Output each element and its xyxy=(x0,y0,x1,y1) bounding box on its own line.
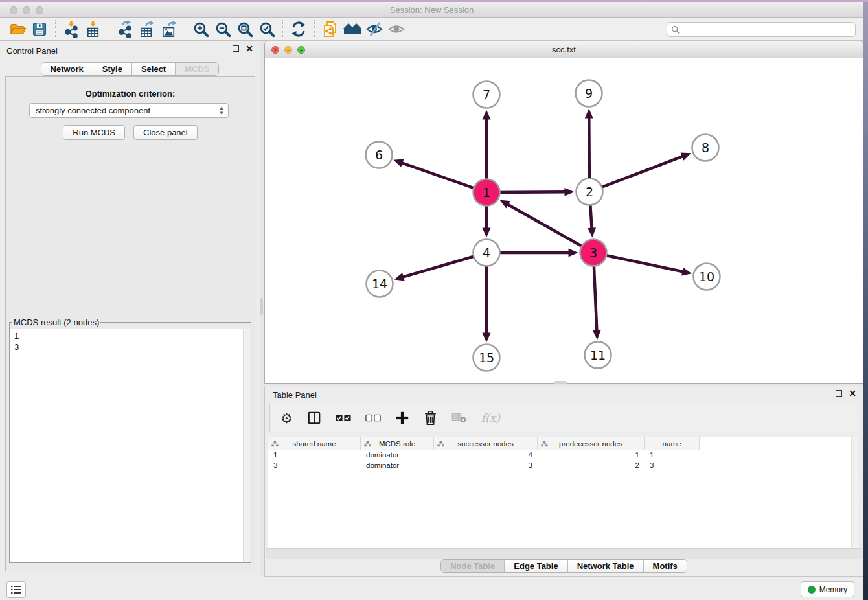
table-cell[interactable]: 3 xyxy=(434,461,538,471)
network-canvas[interactable]: 7968124314101511 xyxy=(265,58,863,383)
zoom-fit-button[interactable] xyxy=(234,19,256,39)
function-builder-button[interactable]: f(x) xyxy=(481,411,500,424)
table-scrollbar[interactable] xyxy=(851,437,858,548)
zoom-out-button[interactable] xyxy=(212,19,234,39)
save-icon xyxy=(31,21,48,38)
node-table: shared nameMCDS rolesuccessor nodesprede… xyxy=(268,437,858,548)
close-table-panel-icon[interactable]: ✕ xyxy=(849,390,856,397)
tab-network-table[interactable]: Network Table xyxy=(567,560,643,572)
toolbar-separator xyxy=(314,20,315,38)
main-titlebar: Session: New Session xyxy=(0,2,863,18)
graph-node-label: 7 xyxy=(483,87,490,102)
run-mcds-button[interactable]: Run MCDS xyxy=(63,125,125,140)
add-column-button[interactable] xyxy=(395,411,409,425)
column-header-label: predecessor nodes xyxy=(559,440,622,448)
column-view-icon xyxy=(307,411,321,425)
show-graphics-button[interactable] xyxy=(385,19,407,39)
mcds-result-area[interactable]: 1 3 xyxy=(10,329,250,562)
export-network-button[interactable] xyxy=(114,19,136,39)
add-column-icon xyxy=(395,411,409,425)
tab-motifs[interactable]: Motifs xyxy=(643,560,687,572)
float-panel-icon[interactable] xyxy=(233,45,239,52)
column-header-predecessor-nodes[interactable]: predecessor nodes xyxy=(538,437,645,450)
table-cell[interactable]: 4 xyxy=(434,450,538,461)
table-cell[interactable]: 1 xyxy=(645,450,700,461)
table-panel: Table Panel ✕ ⚙ xyxy=(264,386,863,577)
column-header-MCDS-role[interactable]: MCDS role xyxy=(361,437,434,450)
node-table-body: 1dominator4113dominator323 xyxy=(268,450,858,471)
zoom-selected-button[interactable] xyxy=(256,19,278,39)
tab-style[interactable]: Style xyxy=(93,63,131,75)
graph-edge-2-8[interactable] xyxy=(589,156,683,192)
hierarchy-icon xyxy=(364,441,371,447)
mcds-result-scrollbar[interactable] xyxy=(243,329,250,562)
show-eye-icon xyxy=(387,21,405,38)
column-header-shared-name[interactable]: shared name xyxy=(268,437,361,450)
export-image-button[interactable] xyxy=(158,19,180,39)
list-icon xyxy=(10,585,22,594)
table-options-button[interactable]: ⚙ xyxy=(280,411,293,425)
graph-node-label: 14 xyxy=(372,277,387,291)
tab-select[interactable]: Select xyxy=(131,63,175,75)
table-cell[interactable]: dominator xyxy=(361,450,434,461)
hide-graphics-button[interactable] xyxy=(363,19,385,39)
control-panel-tabbar: Network Style Select MCDS xyxy=(41,62,220,76)
zoom-in-button[interactable] xyxy=(190,19,212,39)
open-session-button[interactable] xyxy=(6,19,29,39)
mcds-result-title: MCDS result (2 nodes) xyxy=(12,317,100,327)
column-header-name[interactable]: name xyxy=(645,437,700,450)
table-cell[interactable]: 2 xyxy=(538,461,645,471)
network-file-button[interactable] xyxy=(319,19,341,39)
column-header-label: name xyxy=(663,440,681,448)
graph-edge-3-1[interactable] xyxy=(507,204,593,253)
table-cell[interactable]: 3 xyxy=(645,461,700,471)
tab-network[interactable]: Network xyxy=(41,63,93,75)
unselect-all-columns-button[interactable] xyxy=(365,414,381,422)
table-cell[interactable]: 1 xyxy=(268,450,361,461)
delete-button[interactable] xyxy=(424,411,437,425)
trash-icon xyxy=(424,411,437,425)
import-table-button[interactable] xyxy=(82,19,104,39)
table-cell[interactable]: dominator xyxy=(361,461,434,471)
table-row[interactable]: 3dominator323 xyxy=(268,461,858,471)
memory-button[interactable]: Memory xyxy=(801,581,854,597)
save-session-button[interactable] xyxy=(29,19,51,39)
close-panel-button[interactable]: Close panel xyxy=(133,125,198,140)
float-table-panel-icon[interactable] xyxy=(836,390,842,397)
mcds-result-text: 1 3 xyxy=(10,329,250,352)
search-field[interactable] xyxy=(667,22,856,37)
network-file-icon xyxy=(321,20,339,38)
home-button[interactable] xyxy=(341,19,363,39)
table-row[interactable]: 1dominator411 xyxy=(268,450,858,461)
delete-table-button[interactable] xyxy=(451,412,467,424)
close-panel-icon[interactable]: ✕ xyxy=(246,45,253,52)
memory-status-icon xyxy=(808,586,816,594)
column-header-label: shared name xyxy=(292,440,336,448)
graph-node-label: 10 xyxy=(699,270,714,284)
optimization-criterion-value: strongly connected component xyxy=(36,106,150,115)
import-network-button[interactable] xyxy=(60,19,82,39)
tab-mcds[interactable]: MCDS xyxy=(175,63,218,75)
column-header-successor-nodes[interactable]: successor nodes xyxy=(434,437,538,450)
graph-node-label: 3 xyxy=(589,246,597,260)
status-bar: Memory xyxy=(0,577,863,600)
tab-edge-table[interactable]: Edge Table xyxy=(504,560,567,572)
search-input[interactable] xyxy=(680,25,855,34)
export-table-button[interactable] xyxy=(136,19,158,39)
table-cell[interactable]: 1 xyxy=(538,450,645,461)
splitter-horizontal-grip[interactable] xyxy=(554,381,567,384)
column-header-label: MCDS role xyxy=(379,440,415,448)
select-all-columns-button[interactable] xyxy=(336,414,351,422)
optimization-criterion-select[interactable]: strongly connected component ▲▼ xyxy=(29,103,229,118)
optimization-criterion-label: Optimization criterion: xyxy=(6,89,255,98)
apply-layout-button[interactable] xyxy=(288,19,310,39)
graph-arrowhead xyxy=(681,153,691,161)
zoom-out-icon xyxy=(214,21,232,38)
table-cell[interactable]: 3 xyxy=(268,461,361,471)
splitter-vertical-grip[interactable] xyxy=(260,298,263,315)
select-spinner-icon: ▲▼ xyxy=(219,106,224,116)
graph-arrowhead xyxy=(569,249,578,257)
column-view-button[interactable] xyxy=(307,411,321,425)
tab-node-table[interactable]: Node Table xyxy=(441,560,504,572)
task-history-button[interactable] xyxy=(6,581,26,598)
